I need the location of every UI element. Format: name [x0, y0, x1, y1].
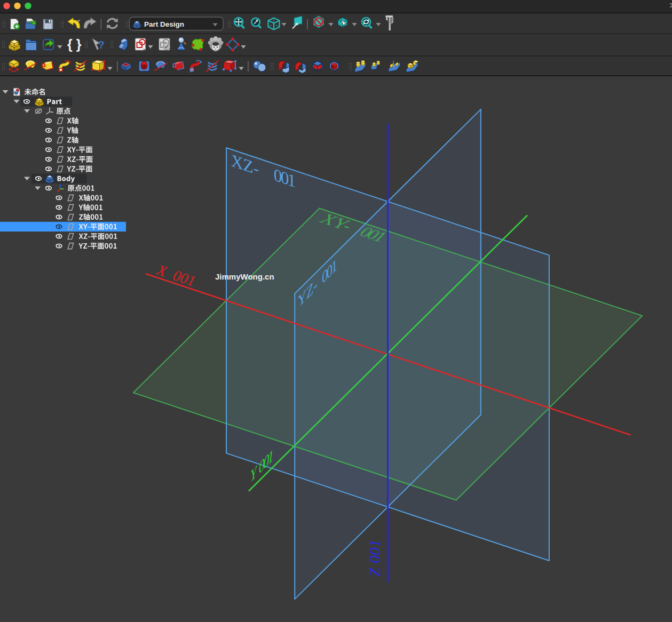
svg-text:{ }: { }	[67, 37, 82, 52]
svg-text:Z001: Z001	[366, 539, 383, 577]
svg-text:X001: X001	[154, 261, 197, 289]
svg-text:Part Design: Part Design	[144, 20, 184, 28]
svg-text:JimmyWong.cn: JimmyWong.cn	[215, 272, 274, 281]
svg-text:?: ?	[98, 38, 105, 51]
